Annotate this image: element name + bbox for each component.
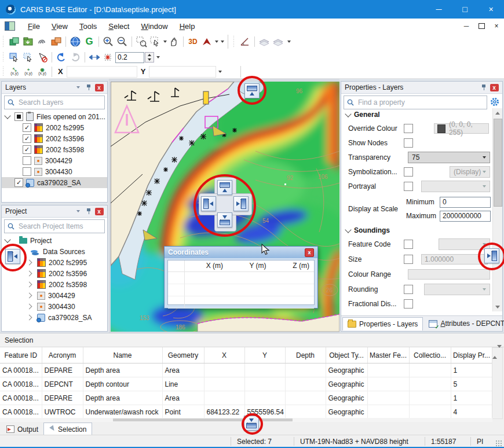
show-nodes-checkbox[interactable] <box>404 138 413 148</box>
chevron-right-icon[interactable] <box>27 304 32 310</box>
toolbar-overflow[interactable] <box>218 35 225 48</box>
pin-icon[interactable] <box>84 83 93 92</box>
pin-icon[interactable] <box>479 83 488 92</box>
menu-view[interactable]: View <box>46 22 74 31</box>
scroll-down-icon[interactable] <box>493 302 502 311</box>
resize-grip[interactable] <box>495 440 502 447</box>
table-row[interactable]: CA 00018...DEPARE Depth areaArea Geograp… <box>0 391 492 405</box>
chevron-right-icon[interactable] <box>27 271 32 277</box>
tab-output[interactable]: Output <box>1 423 43 435</box>
chevron-right-icon[interactable] <box>27 315 32 321</box>
layers-tree-item[interactable]: 2002 fs3598 <box>2 144 107 155</box>
menu-tools[interactable]: Tools <box>74 22 103 31</box>
tab-properties-layers[interactable]: Properties - Layers <box>342 317 423 331</box>
minimum-input[interactable]: 0 <box>440 197 491 208</box>
north-arrow-button[interactable] <box>200 35 214 48</box>
select-by-rectangle-button[interactable] <box>8 51 21 64</box>
section-general[interactable]: General <box>341 108 502 121</box>
fractional-checkbox[interactable] <box>404 299 413 309</box>
toolbar-grip[interactable] <box>2 67 5 76</box>
coord-row[interactable] <box>168 284 314 296</box>
pan-button[interactable] <box>167 35 181 48</box>
zoom-next-button[interactable] <box>68 51 82 64</box>
selection-vscrollbar[interactable] <box>492 347 503 419</box>
chevron-right-icon[interactable] <box>27 293 32 299</box>
tab-selection[interactable]: Selection <box>43 423 92 435</box>
chevron-down-icon[interactable] <box>4 112 10 119</box>
import-folder-button[interactable] <box>21 35 35 48</box>
layers-tree-item-selected[interactable]: ca379028_SA <box>2 177 107 188</box>
checkbox[interactable] <box>23 134 31 143</box>
size-checkbox[interactable] <box>404 255 413 264</box>
open-file-button[interactable] <box>8 35 21 48</box>
project-tree-item[interactable]: 3004429 <box>2 290 107 301</box>
toolbar-grip[interactable] <box>232 36 235 47</box>
symbolization-checkbox[interactable] <box>404 167 413 177</box>
minimize-button[interactable]: ─ <box>426 0 452 19</box>
scroll-up-icon[interactable] <box>493 108 502 117</box>
layers-next-button[interactable] <box>271 35 285 48</box>
maximum-input[interactable]: 2000000000 <box>440 211 491 222</box>
chevron-right-icon[interactable] <box>27 282 32 288</box>
coord-row[interactable] <box>168 296 314 309</box>
symbolization-combo[interactable]: (Display) <box>450 166 490 178</box>
toolbar-overflow[interactable] <box>154 51 161 64</box>
coordinates-window[interactable]: Coordinates x X (m) Y (m) Z (m) <box>164 246 318 309</box>
layers-search[interactable] <box>4 96 105 109</box>
project-tree-item[interactable]: 3004430 <box>2 301 107 312</box>
layers-tree-item[interactable]: 2002 fs3596 <box>2 133 107 144</box>
table-row[interactable]: CA 00018...DEPCNT Depth contourLine Geog… <box>0 377 492 391</box>
section-contours[interactable]: Contours <box>341 311 502 311</box>
coordinates-titlebar[interactable]: Coordinates x <box>165 247 317 258</box>
y-coordinate-input[interactable] <box>149 66 216 78</box>
property-search-input[interactable] <box>357 98 487 107</box>
globe-button[interactable] <box>68 35 82 48</box>
override-colour-checkbox[interactable] <box>404 124 413 133</box>
layers-prev-button[interactable] <box>257 35 271 48</box>
layers-tree-item[interactable]: 3004429 <box>2 155 107 166</box>
checkbox[interactable] <box>23 156 31 165</box>
coord-row[interactable] <box>168 272 314 284</box>
deselect-button[interactable] <box>35 51 49 64</box>
selection-header-row[interactable]: Feature IDAcronym NameGeometry XY DepthO… <box>0 347 492 363</box>
scroll-down-icon[interactable] <box>497 345 502 356</box>
zoom-window-button[interactable] <box>134 35 148 48</box>
google-earth-button[interactable]: G <box>82 35 96 48</box>
layers-tree-item[interactable]: 2002 fs2995 <box>2 122 107 133</box>
checkbox[interactable] <box>23 167 31 176</box>
checkbox[interactable] <box>23 145 31 154</box>
menu-select[interactable]: Select <box>103 22 135 31</box>
layers-tree-item[interactable]: 3004430 <box>2 166 107 177</box>
rounding-checkbox[interactable] <box>404 285 413 294</box>
toolbar-overflow[interactable] <box>285 35 292 48</box>
section-soundings[interactable]: Soundings <box>341 224 502 237</box>
transparency-combo[interactable]: 75 <box>408 152 490 163</box>
layers-tree-root[interactable]: Files opened on 201... <box>2 111 107 122</box>
zoom-out-button[interactable] <box>115 35 129 48</box>
layers-search-input[interactable] <box>17 98 104 107</box>
menu-help[interactable]: Help <box>174 22 201 31</box>
panel-menu-icon[interactable] <box>74 207 83 216</box>
mdi-close-button[interactable]: × <box>489 20 504 32</box>
scroll-up-icon[interactable] <box>492 348 497 359</box>
zoom-previous-button[interactable] <box>54 51 68 64</box>
portrayal-combo[interactable] <box>421 181 490 192</box>
coordinate-pick-button[interactable]: ⤡(x,y) <box>8 65 21 78</box>
checkbox[interactable] <box>14 112 23 121</box>
coordinate-add-button[interactable]: +(x,y) <box>21 65 35 78</box>
view-3d-button[interactable]: 3D <box>186 35 200 48</box>
portrayal-checkbox[interactable] <box>404 182 413 191</box>
checkbox[interactable] <box>23 123 31 132</box>
select-tool-button[interactable] <box>148 35 162 48</box>
maximize-button[interactable]: □ <box>452 0 478 19</box>
copy-folders-button[interactable] <box>49 35 63 48</box>
rounding-combo[interactable] <box>424 284 490 295</box>
close-button[interactable]: × <box>478 0 504 19</box>
move-feature-button[interactable] <box>87 51 101 64</box>
toolbar-grip[interactable] <box>2 52 5 63</box>
coordinate-target-button[interactable]: ◉(x,y) <box>35 65 49 78</box>
snap-radius-button[interactable] <box>101 51 115 64</box>
select-by-lasso-button[interactable] <box>21 51 35 64</box>
panel-close-icon[interactable]: x <box>94 83 104 92</box>
mdi-minimize-button[interactable]: ─ <box>459 20 474 32</box>
